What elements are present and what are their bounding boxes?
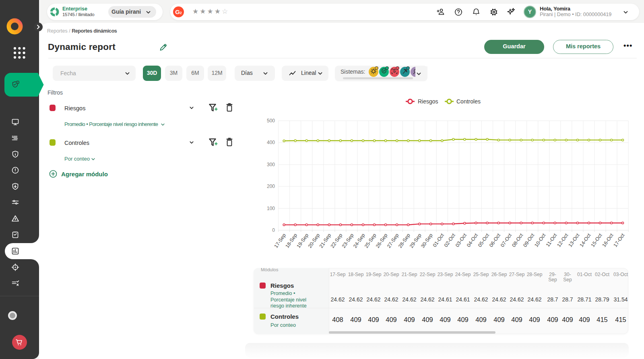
svg-text:09-Oct: 09-Oct [522,232,535,248]
svg-text:02-Oct: 02-Oct [443,232,456,248]
svg-text:500: 500 [267,118,275,124]
svg-text:12-Oct: 12-Oct [556,232,569,248]
svg-text:01-Oct: 01-Oct [432,232,445,248]
svg-text:14-Oct: 14-Oct [578,232,592,248]
svg-text:06-Oct: 06-Oct [488,232,502,248]
svg-text:200: 200 [267,184,275,189]
svg-text:400: 400 [267,140,275,145]
svg-text:11-Oct: 11-Oct [545,232,558,248]
svg-text:Riesgos: Riesgos [418,98,438,105]
svg-text:300: 300 [267,162,275,167]
svg-text:07-Oct: 07-Oct [500,232,513,248]
svg-text:15-Oct: 15-Oct [590,232,603,248]
svg-text:05-Oct: 05-Oct [477,232,490,248]
svg-text:30-Sep: 30-Sep [420,233,434,249]
svg-text:13-Oct: 13-Oct [567,232,580,248]
svg-text:Controles: Controles [456,98,481,105]
svg-text:0: 0 [272,227,275,233]
svg-text:08-Oct: 08-Oct [511,232,524,248]
svg-text:100: 100 [267,206,275,211]
svg-text:03-Oct: 03-Oct [454,232,468,248]
svg-text:16-Oct: 16-Oct [601,232,615,248]
svg-text:17-Oct: 17-Oct [613,232,626,248]
svg-text:04-Oct: 04-Oct [466,232,479,248]
svg-text:10-Oct: 10-Oct [533,232,547,248]
